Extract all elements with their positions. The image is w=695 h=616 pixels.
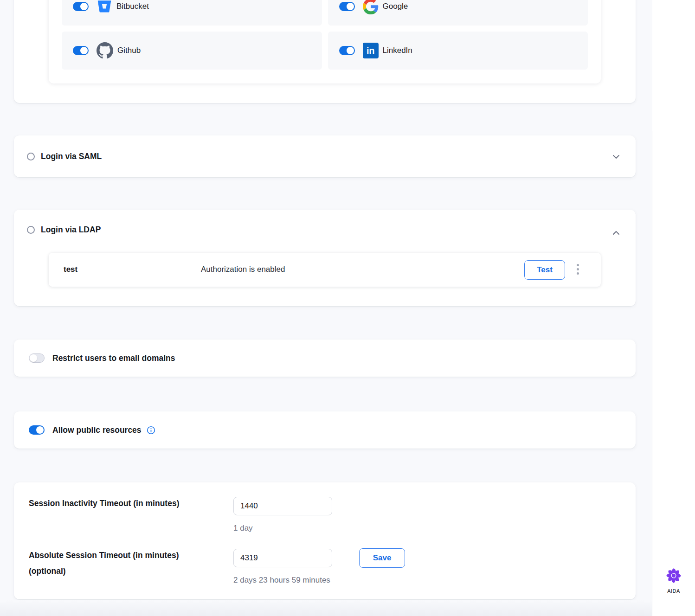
inactivity-timeout-label: Session Inactivity Timeout (in minutes) — [29, 495, 179, 511]
provider-label: Bitbucket — [116, 2, 149, 11]
toggle-knob — [36, 426, 44, 434]
saml-radio[interactable] — [27, 153, 35, 160]
absolute-timeout-hint: 2 days 23 hours 59 minutes — [233, 576, 330, 585]
aida-widget-button[interactable]: AIDA — [652, 567, 695, 594]
session-settings-card: Session Inactivity Timeout (in minutes) … — [14, 482, 636, 599]
test-button[interactable]: Test — [524, 260, 565, 280]
ldap-radio[interactable] — [27, 226, 35, 234]
linkedin-icon: in — [363, 43, 379, 58]
info-icon[interactable] — [147, 426, 155, 435]
restrict-domains-card: Restrict users to email domains — [14, 340, 636, 377]
chevron-down-icon[interactable] — [612, 153, 620, 161]
bitbucket-toggle[interactable] — [73, 2, 89, 11]
ldap-config-name: test — [64, 265, 77, 274]
inactivity-timeout-input[interactable] — [233, 497, 332, 515]
linkedin-toggle[interactable] — [339, 46, 355, 55]
absolute-timeout-input[interactable] — [233, 549, 332, 567]
ldap-label: Login via LDAP — [41, 225, 101, 235]
google-toggle[interactable] — [339, 2, 355, 11]
provider-label: Github — [117, 46, 141, 55]
ldap-header[interactable]: Login via LDAP — [27, 225, 101, 235]
toggle-knob — [80, 47, 88, 54]
toggle-knob — [30, 354, 37, 362]
aida-logo-text: AIDA — [652, 588, 695, 594]
ldap-section-card: Login via LDAP test Authorization is ena… — [14, 210, 636, 306]
saml-label: Login via SAML — [41, 152, 102, 161]
provider-grid: Bitbucket Google Github — [49, 0, 601, 83]
aida-logo-icon — [665, 578, 682, 586]
provider-label: Google — [383, 2, 408, 11]
provider-tile-bitbucket: Bitbucket — [62, 0, 322, 26]
oauth-providers-card: Bitbucket Google Github — [14, 0, 636, 103]
absolute-timeout-label: Absolute Session Timeout (in minutes) (o… — [29, 547, 179, 579]
provider-tile-linkedin: in LinkedIn — [328, 32, 588, 70]
provider-tile-github: Github — [62, 32, 322, 70]
public-resources-toggle[interactable] — [29, 425, 45, 435]
toggle-knob — [80, 3, 88, 10]
provider-label: LinkedIn — [383, 46, 412, 55]
saml-section-card: Login via SAML — [14, 135, 636, 177]
inactivity-timeout-hint: 1 day — [233, 524, 253, 533]
restrict-domains-toggle[interactable] — [29, 353, 45, 363]
auth-settings-page: Bitbucket Google Github — [0, 0, 695, 616]
provider-tile-google: Google — [328, 0, 588, 26]
kebab-menu-icon[interactable] — [576, 263, 580, 276]
bitbucket-icon — [97, 0, 112, 14]
ldap-config-row: test Authorization is enabled Test — [49, 253, 601, 287]
github-toggle[interactable] — [73, 46, 89, 55]
toggle-knob — [347, 47, 354, 54]
saml-header[interactable]: Login via SAML — [27, 135, 102, 177]
oauth-providers-panel: Bitbucket Google Github — [49, 0, 601, 83]
public-resources-card: Allow public resources — [14, 411, 636, 449]
save-button[interactable]: Save — [359, 548, 405, 568]
chevron-up-icon[interactable] — [612, 229, 620, 237]
page-bottom-fade — [0, 600, 652, 616]
google-icon — [363, 0, 379, 14]
public-resources-label: Allow public resources — [52, 425, 142, 435]
toggle-knob — [347, 3, 354, 10]
right-rail-divider — [652, 131, 652, 616]
github-icon — [97, 42, 113, 59]
ldap-config-status: Authorization is enabled — [201, 265, 285, 274]
restrict-domains-label: Restrict users to email domains — [52, 353, 175, 363]
right-rail — [652, 0, 695, 616]
